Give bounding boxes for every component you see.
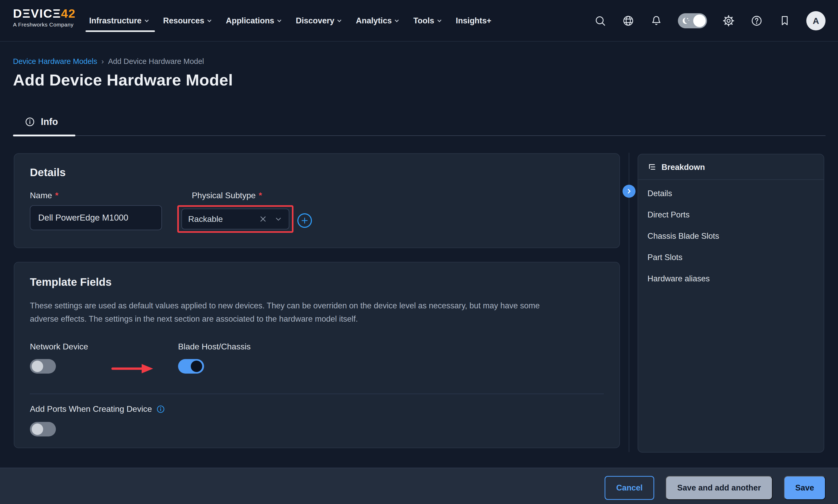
breadcrumb: Device Hardware Models › Add Device Hard…: [13, 57, 204, 66]
breakdown-item-direct-ports[interactable]: Direct Ports: [647, 204, 814, 226]
chevron-down-icon: [337, 18, 341, 22]
app-window: DΞVICΞ42 A Freshworks Company Infrastruc…: [0, 0, 838, 504]
cancel-button[interactable]: Cancel: [605, 476, 655, 500]
chevron-down-icon: [208, 18, 212, 22]
blade-host-chassis-label: Blade Host/Chassis: [178, 342, 251, 352]
avatar-initial: A: [813, 16, 819, 26]
add-ports-label: Add Ports When Creating Device: [30, 404, 165, 414]
nav-item-analytics[interactable]: Analytics: [356, 0, 398, 41]
breadcrumb-separator: ›: [101, 57, 104, 66]
add-ports-label-text: Add Ports When Creating Device: [30, 404, 152, 414]
breakdown-item-hardware-aliases[interactable]: Hardware aliases: [647, 268, 814, 289]
device42-logo[interactable]: DΞVICΞ42 A Freshworks Company: [13, 7, 76, 27]
active-tab-indicator: [13, 134, 75, 137]
physical-subtype-select[interactable]: Rackable: [181, 209, 289, 229]
annotation-highlight-box: Rackable: [177, 205, 293, 233]
main-nav: Infrastructure Resources Applications Di…: [89, 0, 491, 41]
name-input[interactable]: Dell PowerEdge M1000: [30, 205, 162, 230]
top-navigation-bar: DΞVICΞ42 A Freshworks Company Infrastruc…: [0, 0, 838, 41]
tree-list-icon: [647, 163, 657, 172]
top-actions: A: [594, 0, 825, 41]
user-avatar[interactable]: A: [806, 11, 825, 30]
nav-label: Tools: [413, 16, 434, 25]
save-button[interactable]: Save: [784, 476, 825, 500]
toggle-knob: [191, 361, 202, 372]
footer-actions: Cancel Save and add another Save: [605, 476, 825, 500]
breakdown-item-chassis-blade-slots[interactable]: Chassis Blade Slots: [647, 226, 814, 247]
name-input-value: Dell PowerEdge M1000: [38, 213, 128, 223]
tab-divider: [13, 136, 825, 136]
add-subtype-button[interactable]: [297, 213, 312, 228]
nav-label: Insights+: [456, 16, 492, 25]
physical-subtype-label: Physical Subtype*: [192, 191, 262, 200]
logo-text-primary: DΞVICΞ: [13, 6, 61, 20]
template-fields-description: These settings are used as default value…: [30, 299, 565, 326]
name-label: Name*: [30, 191, 58, 200]
nav-item-resources[interactable]: Resources: [163, 0, 211, 41]
gear-icon[interactable]: [722, 14, 735, 27]
blade-host-chassis-toggle[interactable]: [178, 359, 204, 374]
help-icon[interactable]: [750, 14, 763, 27]
breakdown-item-part-slots[interactable]: Part Slots: [647, 247, 814, 268]
breakdown-items: Details Direct Ports Chassis Blade Slots…: [638, 180, 824, 289]
required-marker: *: [55, 191, 58, 200]
breadcrumb-link-parent[interactable]: Device Hardware Models: [13, 57, 97, 66]
action-footer: Cancel Save and add another Save: [0, 468, 838, 504]
breakdown-item-details[interactable]: Details: [647, 183, 814, 204]
toggle-knob: [32, 424, 43, 435]
template-fields-heading: Template Fields: [30, 276, 111, 288]
nav-label: Analytics: [356, 16, 392, 25]
page-title: Add Device Hardware Model: [13, 71, 233, 89]
bell-icon[interactable]: [650, 14, 663, 27]
details-panel: Details Name* Dell PowerEdge M1000 Physi…: [14, 153, 620, 248]
name-label-text: Name: [30, 191, 52, 200]
breakdown-heading: Breakdown: [661, 163, 705, 172]
breakdown-header: Breakdown: [638, 154, 824, 179]
network-device-label: Network Device: [30, 342, 88, 352]
template-fields-panel: Template Fields These settings are used …: [14, 262, 620, 448]
moon-icon: [680, 15, 691, 26]
logo-tagline: A Freshworks Company: [13, 22, 76, 27]
nav-label: Applications: [226, 16, 274, 25]
nav-label: Resources: [163, 16, 204, 25]
nav-item-infrastructure[interactable]: Infrastructure: [89, 0, 148, 41]
physical-subtype-label-text: Physical Subtype: [192, 191, 255, 200]
clear-selection-icon[interactable]: [258, 215, 267, 223]
nav-item-tools[interactable]: Tools: [413, 0, 441, 41]
network-device-toggle[interactable]: [30, 359, 56, 374]
save-and-add-another-button[interactable]: Save and add another: [666, 476, 772, 500]
add-ports-toggle[interactable]: [30, 422, 56, 436]
chevron-down-icon: [144, 18, 149, 22]
info-icon: [25, 116, 35, 127]
details-heading: Details: [30, 166, 66, 179]
breakdown-panel: Breakdown Details Direct Ports Chassis B…: [638, 154, 824, 453]
nav-item-insights-plus[interactable]: Insights+: [456, 0, 492, 41]
logo-wordmark: DΞVICΞ42: [13, 7, 76, 19]
nav-label: Infrastructure: [89, 16, 142, 25]
theme-toggle-knob: [693, 15, 706, 27]
bookmark-icon[interactable]: [778, 14, 791, 27]
nav-item-applications[interactable]: Applications: [226, 0, 281, 41]
search-icon[interactable]: [594, 14, 607, 27]
collapse-sidebar-button[interactable]: [623, 185, 636, 198]
chevron-down-icon: [277, 18, 282, 22]
required-marker: *: [258, 191, 262, 200]
globe-icon[interactable]: [622, 14, 635, 27]
theme-toggle[interactable]: [678, 13, 707, 28]
tab-info[interactable]: Info: [25, 116, 58, 127]
nav-label: Discovery: [296, 16, 334, 25]
toggle-knob: [32, 361, 43, 372]
section-divider: [30, 394, 604, 394]
physical-subtype-value: Rackable: [188, 214, 223, 224]
annotation-arrow: [111, 363, 155, 375]
chevron-down-icon: [437, 18, 441, 22]
chevron-down-icon: [395, 18, 399, 22]
chevron-down-icon[interactable]: [274, 215, 283, 223]
chevron-right-icon: [626, 188, 632, 194]
logo-text-accent: 42: [61, 6, 76, 20]
tab-info-label: Info: [41, 116, 58, 127]
nav-item-discovery[interactable]: Discovery: [296, 0, 341, 41]
info-icon[interactable]: [156, 405, 165, 414]
breadcrumb-current: Add Device Hardware Model: [108, 57, 204, 66]
